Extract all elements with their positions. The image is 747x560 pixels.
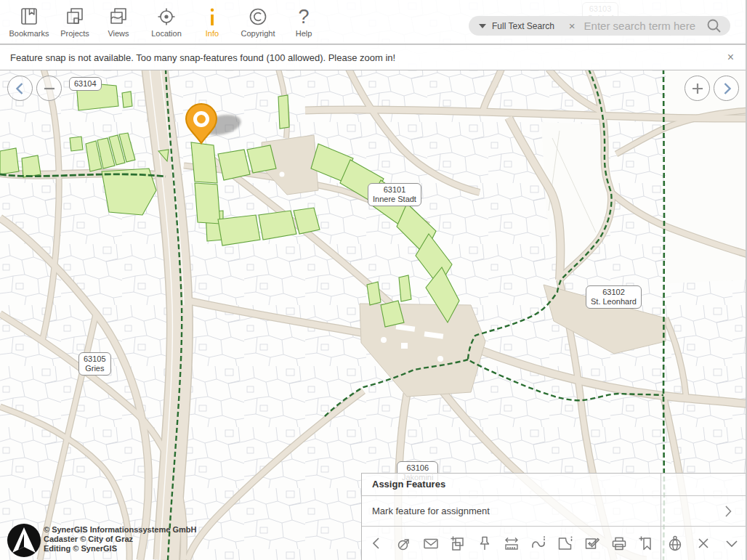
application-window: 63104 63101Innere Stadt 63102St. Leonhar… — [0, 0, 747, 560]
district-label-63102: 63102St. Leonhard — [586, 285, 642, 309]
notification-close-icon[interactable]: × — [723, 49, 738, 65]
toolbar-label: Copyright — [241, 29, 275, 38]
pan-left-button[interactable] — [7, 76, 33, 101]
toolbar-item-info[interactable]: Info — [189, 6, 235, 38]
mail-icon — [422, 535, 440, 552]
bookmarks-icon — [18, 6, 40, 28]
pin-feature-button[interactable] — [475, 534, 494, 553]
pan-right-button[interactable] — [714, 76, 739, 101]
chevron-right-icon — [715, 77, 738, 100]
toolbar-label: Bookmarks — [9, 29, 49, 38]
copyright-icon — [247, 6, 269, 28]
district-label-63101: 63101Innere Stadt — [368, 183, 421, 206]
toolbar-label: Help — [296, 29, 312, 38]
toolbar-item-bookmarks[interactable]: Bookmarks — [6, 6, 52, 38]
close-panel-button[interactable] — [694, 534, 713, 553]
location-icon — [156, 6, 177, 28]
globe-icon — [666, 535, 684, 552]
minus-icon — [38, 77, 61, 100]
print-icon — [610, 535, 628, 552]
chevron-down-icon — [723, 535, 740, 552]
search-bar: Full Text Search × — [469, 16, 730, 36]
measure-line-info-icon — [530, 535, 547, 552]
zoom-out-button[interactable] — [36, 76, 62, 101]
measure-area-info-button[interactable] — [556, 534, 575, 553]
top-toolbar: Bookmarks Projects Views — [0, 0, 746, 44]
district-label-63105: 63105Gries — [78, 352, 111, 376]
chevron-right-icon[interactable] — [719, 503, 737, 520]
search-mode-dropdown-caret-icon[interactable] — [479, 24, 486, 28]
toolbar-item-location[interactable]: Location — [143, 6, 190, 38]
measure-line-info-button[interactable] — [529, 534, 548, 553]
assign-features-panel: Assign Features Mark feature for assignm… — [361, 473, 746, 560]
notification-bar: Feature snap is not available. Too many … — [0, 44, 746, 70]
add-bookmark-icon — [637, 535, 655, 552]
search-input[interactable] — [583, 19, 705, 33]
toolbar-label: Location — [151, 29, 182, 38]
attribution-line: Cadaster © City of Graz — [44, 535, 196, 544]
chevron-left-icon — [9, 77, 32, 100]
info-icon — [201, 6, 223, 28]
pushpin-icon — [476, 535, 493, 552]
mark-feature-label: Mark feature for assignment — [372, 506, 490, 516]
measure-distance-icon — [503, 535, 520, 552]
attribution-line: © SynerGIS Informationssysteme GmbH — [44, 525, 196, 535]
notification-text: Feature snap is not available. Too many … — [10, 52, 395, 63]
map-attribution: © SynerGIS Informationssysteme GmbH Cada… — [44, 525, 196, 553]
toolbar-item-projects[interactable]: Projects — [52, 6, 98, 38]
svg-text:?: ? — [298, 6, 309, 28]
close-icon — [695, 535, 712, 552]
toolbar-label: Info — [206, 29, 219, 38]
send-mail-button[interactable] — [421, 534, 440, 553]
measure-area-info-icon — [557, 535, 574, 552]
panel-title: Assign Features — [362, 474, 746, 496]
toolbar-label: Projects — [60, 29, 89, 38]
search-icon[interactable] — [705, 17, 724, 36]
add-bookmark-button[interactable] — [637, 534, 655, 553]
help-icon: ? — [293, 6, 315, 28]
back-button[interactable] — [368, 534, 387, 553]
mark-feature-row[interactable]: Mark feature for assignment — [362, 496, 746, 527]
projects-icon — [64, 6, 86, 28]
redo-button[interactable] — [395, 534, 413, 553]
collapse-panel-button[interactable] — [722, 534, 741, 553]
district-label-63104: 63104 — [69, 77, 102, 91]
zoom-in-button[interactable] — [685, 76, 710, 101]
search-clear-icon[interactable]: × — [569, 20, 576, 32]
chevron-left-icon — [368, 535, 386, 552]
overview-globe-button[interactable] — [666, 534, 685, 553]
panel-toolbar — [362, 527, 746, 560]
edit-redlining-button[interactable] — [583, 534, 602, 553]
plus-icon — [686, 77, 709, 100]
redo-icon — [395, 535, 413, 552]
north-compass-icon — [6, 522, 42, 559]
edit-redlining-icon — [584, 535, 601, 552]
search-mode-selector[interactable]: Full Text Search — [492, 21, 554, 31]
copy-features-icon — [449, 535, 467, 552]
attribution-line: Editing © SynerGIS — [44, 544, 196, 553]
print-button[interactable] — [610, 534, 629, 553]
views-icon — [108, 6, 129, 28]
measure-distance-button[interactable] — [502, 534, 521, 553]
toolbar-item-copyright[interactable]: Copyright — [235, 6, 281, 38]
toolbar-item-help[interactable]: ? Help — [280, 6, 327, 38]
copy-features-button[interactable] — [448, 534, 467, 553]
toolbar-label: Views — [108, 29, 129, 38]
toolbar-item-views[interactable]: Views — [95, 6, 142, 38]
